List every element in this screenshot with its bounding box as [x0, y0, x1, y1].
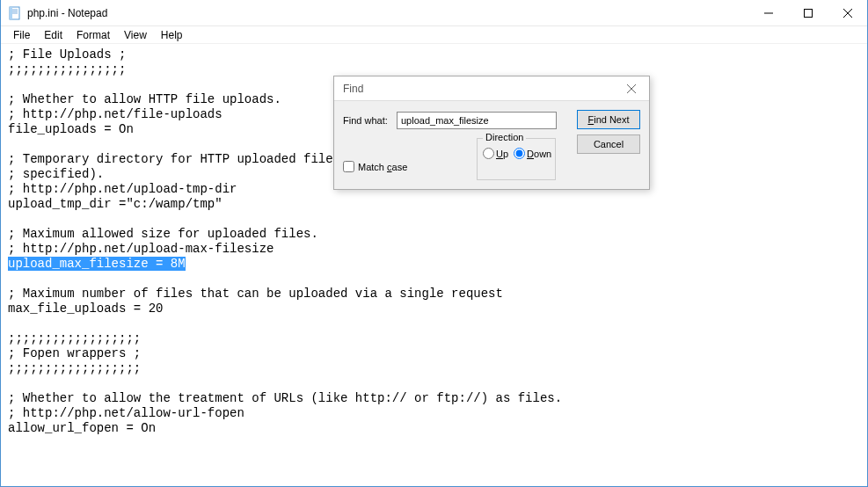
selected-text: upload_max_filesize = 8M: [8, 257, 186, 271]
editor-line: ; Maximum number of files that can be up…: [8, 287, 860, 302]
maximize-button[interactable]: [788, 0, 828, 26]
menu-view[interactable]: View: [117, 27, 154, 43]
titlebar[interactable]: php.ini - Notepad: [1, 0, 867, 26]
find-what-input[interactable]: [397, 112, 557, 129]
menu-format[interactable]: Format: [69, 27, 117, 43]
editor-line: ; Whether to allow the treatment of URLs…: [8, 391, 860, 406]
editor-line: ; Maximum allowed size for uploaded file…: [8, 227, 860, 242]
editor-line: [8, 212, 860, 227]
editor-line: ; http://php.net/upload-max-filesize: [8, 242, 860, 257]
svg-rect-4: [10, 7, 12, 19]
editor-line: max_file_uploads = 20: [8, 302, 860, 316]
editor-line: upload_tmp_dir ="c:/wamp/tmp": [8, 197, 860, 212]
editor-line: allow_url_fopen = On: [8, 421, 860, 436]
find-what-label: Find what:: [343, 115, 391, 126]
svg-rect-6: [804, 9, 812, 17]
minimize-button[interactable]: [748, 0, 788, 26]
menu-file[interactable]: File: [6, 27, 37, 43]
editor-line: ; File Uploads ;: [8, 47, 860, 62]
window-title: php.ini - Notepad: [27, 7, 748, 19]
direction-label: Direction: [483, 132, 526, 142]
editor-line: ;;;;;;;;;;;;;;;;;;: [8, 361, 860, 376]
close-icon[interactable]: [619, 78, 644, 99]
editor-line: ;;;;;;;;;;;;;;;;;;: [8, 331, 860, 346]
radio-up-input[interactable]: [483, 148, 494, 159]
editor-line: ; Fopen wrappers ;: [8, 346, 860, 361]
menubar: File Edit Format View Help: [1, 26, 867, 44]
find-dialog-title: Find: [343, 83, 619, 95]
menu-edit[interactable]: Edit: [37, 27, 69, 43]
radio-down-input[interactable]: [514, 148, 525, 159]
close-button[interactable]: [828, 0, 867, 26]
find-dialog-titlebar[interactable]: Find: [334, 76, 649, 101]
find-next-button[interactable]: Find Next: [577, 110, 640, 129]
match-case-label: Match case: [358, 162, 407, 172]
editor-line: [8, 272, 860, 287]
editor-line: [8, 376, 860, 391]
editor-line: upload_max_filesize = 8M: [8, 257, 860, 272]
menu-help[interactable]: Help: [154, 27, 190, 43]
editor-line: ; http://php.net/allow-url-fopen: [8, 406, 860, 421]
find-dialog: Find Find what: Find Next Cancel Directi…: [333, 76, 650, 190]
cancel-button[interactable]: Cancel: [577, 134, 640, 154]
notepad-icon: [8, 6, 22, 20]
match-case-checkbox[interactable]: [343, 161, 354, 172]
find-next-label-rest: ind Next: [594, 114, 629, 125]
direction-group: Direction Up Down: [477, 138, 556, 180]
radio-down[interactable]: Down: [514, 148, 551, 159]
editor-line: [8, 316, 860, 331]
radio-up[interactable]: Up: [483, 148, 508, 159]
